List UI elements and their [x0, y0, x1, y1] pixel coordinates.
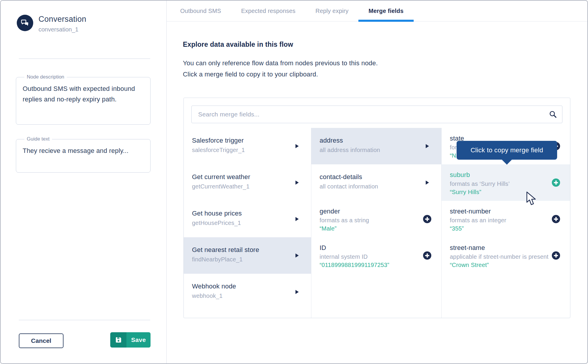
row-title: Get current weather [192, 173, 293, 181]
add-merge-field-icon[interactable] [423, 215, 431, 223]
row-sample-value: “01189998819991197253” [320, 262, 424, 268]
group-row-address[interactable]: address all address information [311, 128, 441, 164]
add-merge-field-icon[interactable] [552, 178, 560, 187]
guide-text-field[interactable]: Guide text They recieve a message and re… [16, 136, 151, 173]
row-subtitle: salesforceTrigger_1 [192, 147, 293, 153]
add-merge-field-icon[interactable] [552, 215, 560, 223]
row-subtitle: formats as an integer [450, 217, 552, 224]
tab-outbound-sms[interactable]: Outbound SMS [170, 1, 231, 21]
add-merge-field-icon[interactable] [423, 251, 431, 260]
row-title: Salesforce trigger [192, 137, 293, 144]
row-title: ID [320, 244, 424, 252]
cancel-button[interactable]: Cancel [19, 333, 64, 348]
save-button[interactable]: Save [110, 332, 151, 348]
field-row-gender[interactable]: gender formats as a string “Male” [311, 201, 441, 237]
footer-divider [19, 320, 150, 320]
add-merge-field-icon[interactable] [552, 251, 560, 260]
row-subtitle: internal system ID [320, 253, 424, 260]
row-sample-value: “355” [450, 225, 552, 232]
search-icon [549, 110, 557, 120]
chevron-right-icon [426, 181, 429, 185]
row-subtitle: formats as ‘Surry Hills’ [450, 181, 552, 187]
tab-expected-responses[interactable]: Expected responses [231, 1, 305, 21]
row-title: gender [320, 208, 424, 215]
row-subtitle: formats as a string [320, 217, 424, 224]
mouse-cursor-icon [526, 191, 540, 208]
field-row-street-name[interactable]: street-name applicable if street-number … [442, 237, 570, 274]
column-nodes: Salesforce trigger salesforceTrigger_1 G… [184, 128, 311, 318]
guide-text-label: Guide text [24, 136, 52, 142]
row-subtitle: findNearbyPlace_1 [192, 256, 293, 263]
node-row-get-current-weather[interactable]: Get current weather getCurrentWeather_1 [184, 164, 311, 201]
chevron-right-icon [295, 144, 299, 148]
row-title: Webhook node [192, 283, 293, 290]
tab-merge-fields[interactable]: Merge fields [358, 1, 413, 21]
row-subtitle: all contact information [320, 183, 424, 190]
node-editor-window: Conversation conversation_1 Node descrip… [0, 0, 588, 364]
node-title: Conversation [39, 15, 86, 24]
row-sample-value: “Male” [320, 225, 424, 232]
row-title: Get nearest retail store [192, 246, 293, 254]
main-panel: Outbound SMS Expected responses Reply ex… [167, 1, 587, 363]
node-row-webhook-node[interactable]: Webhook node webhook_1 [184, 274, 311, 310]
node-row-get-house-prices[interactable]: Get house prices getHousePrices_1 [184, 201, 311, 237]
chevron-right-icon [295, 181, 299, 185]
chevron-right-icon [295, 217, 299, 221]
sidebar: Conversation conversation_1 Node descrip… [1, 1, 167, 363]
row-subtitle: getCurrentWeather_1 [192, 183, 293, 190]
row-subtitle: getHousePrices_1 [192, 220, 293, 226]
chevron-right-icon [295, 290, 299, 294]
page-description-line-2: Click a merge field to copy it to your c… [183, 71, 318, 78]
node-description-label: Node description [24, 74, 67, 80]
node-id: conversation_1 [39, 26, 86, 33]
row-title: Get house prices [192, 210, 293, 217]
merge-field-browser: Salesforce trigger salesforceTrigger_1 G… [183, 98, 570, 318]
tab-bar: Outbound SMS Expected responses Reply ex… [167, 1, 587, 21]
chevron-right-icon [295, 253, 299, 258]
row-title: street-number [450, 208, 552, 215]
tab-reply-expiry[interactable]: Reply expiry [305, 1, 358, 21]
row-sample-value: “Crown Street” [450, 262, 552, 268]
row-subtitle: webhook_1 [192, 293, 293, 299]
row-title: contact-details [320, 173, 424, 181]
node-row-salesforce-trigger[interactable]: Salesforce trigger salesforceTrigger_1 [184, 128, 311, 164]
header-divider [19, 59, 150, 59]
copy-merge-field-tooltip: Click to copy merge field [457, 141, 557, 160]
guide-text-value[interactable]: They recieve a message and reply... [23, 146, 144, 156]
save-icon-segment [110, 332, 126, 348]
node-row-get-nearest-retail-store[interactable]: Get nearest retail store findNearbyPlace… [184, 237, 311, 274]
row-title: street-name [450, 244, 552, 252]
row-subtitle: all address information [320, 147, 424, 153]
page-title: Explore data available in this flow [183, 41, 293, 49]
node-header: Conversation conversation_1 [17, 15, 86, 33]
page-description-line-1: You can only reference flow data from no… [183, 59, 378, 67]
field-row-suburb[interactable]: suburb formats as ‘Surry Hills’ “Surry H… [442, 164, 570, 201]
field-row-id[interactable]: ID internal system ID “01189998819991197… [311, 237, 441, 274]
node-description-field[interactable]: Node description Outbound SMS with expec… [16, 74, 151, 125]
row-title: address [320, 137, 424, 144]
column-groups: address all address information contact-… [311, 128, 442, 318]
floppy-disk-icon [115, 336, 122, 343]
save-button-label: Save [126, 332, 151, 348]
search-bar [191, 106, 562, 123]
chevron-right-icon [426, 144, 429, 148]
row-title: suburb [450, 171, 552, 179]
search-input[interactable] [191, 106, 562, 123]
conversation-icon [17, 15, 33, 31]
node-description-value[interactable]: Outbound SMS with expected inbound repli… [23, 84, 144, 105]
row-subtitle: applicable if street-number is present [450, 253, 552, 260]
field-row-street-number[interactable]: street-number formats as an integer “355… [442, 201, 570, 237]
chat-bubbles-icon [20, 18, 30, 28]
group-row-contact-details[interactable]: contact-details all contact information [311, 164, 441, 201]
